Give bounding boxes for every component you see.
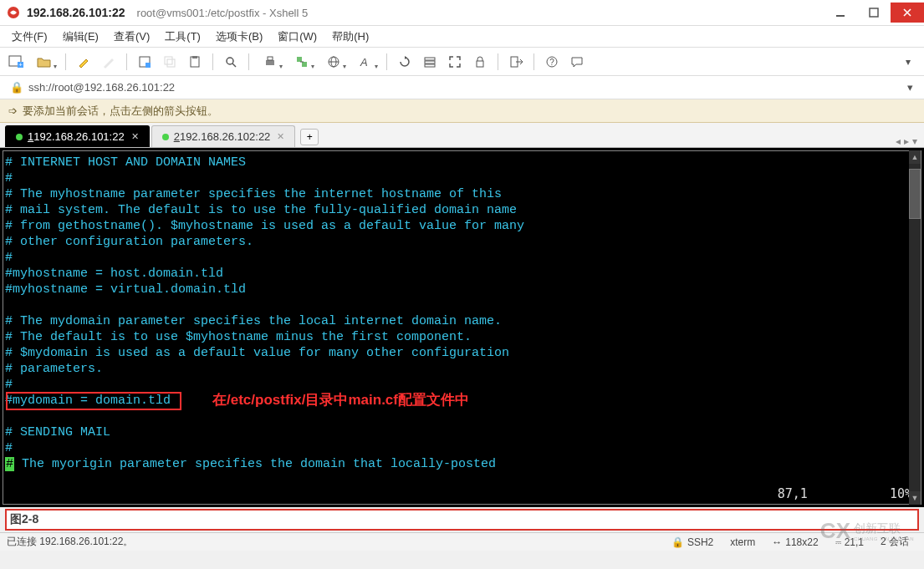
toolbar: + A ? ▾ bbox=[0, 48, 924, 76]
refresh-icon[interactable] bbox=[396, 53, 414, 71]
font-icon[interactable]: A bbox=[353, 53, 378, 71]
svg-text:?: ? bbox=[549, 58, 554, 67]
term-line: # $mydomain is used as a default value f… bbox=[5, 346, 509, 360]
tab2-prefix: 2 bbox=[174, 130, 180, 143]
globe-icon[interactable] bbox=[321, 53, 346, 71]
tab-status-dot bbox=[162, 134, 169, 140]
minimize-button[interactable] bbox=[824, 3, 857, 23]
terminal-status: 87,1 10% bbox=[778, 486, 912, 502]
svg-rect-9 bbox=[167, 59, 175, 67]
status-sessions: 2 会话 bbox=[881, 535, 909, 549]
svg-rect-7 bbox=[145, 63, 151, 68]
term-line: # The myhostname parameter specifies the… bbox=[5, 187, 502, 201]
session-tab-1[interactable]: 1 192.168.26.101:22 ✕ bbox=[5, 125, 150, 147]
address-lock-icon: 🔒 bbox=[10, 81, 23, 94]
menu-help[interactable]: 帮助(H) bbox=[332, 29, 369, 44]
menu-edit[interactable]: 编辑(E) bbox=[63, 29, 99, 44]
svg-rect-25 bbox=[477, 61, 483, 67]
address-dropdown-icon[interactable]: ▾ bbox=[901, 81, 919, 94]
svg-point-12 bbox=[227, 58, 233, 64]
title-bar: 192.168.26.101:22 root@vms001:/etc/postf… bbox=[0, 0, 924, 26]
term-line: # bbox=[5, 441, 13, 455]
svg-rect-22 bbox=[425, 58, 435, 60]
svg-rect-2 bbox=[870, 8, 878, 17]
term-line: # other configuration parameters. bbox=[5, 235, 253, 249]
svg-rect-17 bbox=[302, 62, 307, 67]
paste-icon[interactable] bbox=[186, 53, 204, 71]
terminal[interactable]: # INTERNET HOST AND DOMAIN NAMES # # The… bbox=[0, 148, 924, 507]
scroll-down-icon[interactable]: ▼ bbox=[909, 491, 921, 505]
term-line: # bbox=[5, 378, 13, 392]
term-line: # mail system. The default is to use the… bbox=[5, 203, 517, 217]
tab1-close-icon[interactable]: ✕ bbox=[131, 131, 139, 142]
term-line: # parameters. bbox=[5, 362, 103, 376]
find-icon[interactable] bbox=[222, 53, 240, 71]
tab-nav-right-icon[interactable]: ▸ bbox=[904, 135, 909, 147]
svg-rect-15 bbox=[268, 57, 273, 60]
knife-icon[interactable] bbox=[100, 53, 118, 71]
close-button[interactable] bbox=[891, 3, 924, 23]
terminal-content[interactable]: # INTERNET HOST AND DOMAIN NAMES # # The… bbox=[3, 150, 921, 505]
svg-line-13 bbox=[232, 64, 236, 67]
exit-icon[interactable] bbox=[507, 53, 525, 71]
terminal-scrollbar[interactable]: ▲ ▼ bbox=[909, 150, 921, 505]
tab-nav-left-icon[interactable]: ◂ bbox=[896, 135, 901, 147]
open-session-icon[interactable] bbox=[32, 53, 57, 71]
pos-icon: ⎓ bbox=[835, 536, 841, 548]
term-line: #myhostname = virtual.domain.tld bbox=[5, 282, 246, 297]
new-session-icon[interactable]: + bbox=[7, 53, 25, 71]
maximize-button[interactable] bbox=[857, 3, 891, 23]
address-url[interactable]: ssh://root@192.168.26.101:22 bbox=[28, 81, 901, 94]
svg-text:A: A bbox=[360, 56, 368, 69]
term-line: # bbox=[5, 171, 13, 185]
svg-rect-24 bbox=[425, 64, 435, 67]
menu-file[interactable]: 文件(F) bbox=[12, 29, 48, 44]
status-term: xterm bbox=[730, 536, 755, 548]
title-ip: 192.168.26.101:22 bbox=[27, 6, 125, 19]
term-cursor: # bbox=[5, 457, 14, 471]
term-line: The myorigin parameter specifies the dom… bbox=[14, 457, 496, 471]
scroll-thumb[interactable] bbox=[909, 169, 921, 219]
svg-rect-8 bbox=[165, 57, 172, 64]
copy-icon[interactable] bbox=[161, 53, 179, 71]
svg-text:+: + bbox=[18, 61, 23, 69]
print-icon[interactable] bbox=[258, 53, 283, 71]
svg-rect-11 bbox=[192, 56, 197, 58]
highlight-mydomain bbox=[6, 392, 181, 410]
menu-bar: 文件(F) 编辑(E) 查看(V) 工具(T) 选项卡(B) 窗口(W) 帮助(… bbox=[0, 26, 924, 48]
term-line: # from gethostname(). $myhostname is use… bbox=[5, 219, 524, 233]
command-input-bar[interactable] bbox=[5, 509, 919, 531]
session-props-icon[interactable] bbox=[135, 53, 154, 71]
status-bar: 已连接 192.168.26.101:22。 🔒SSH2 xterm ↔118x… bbox=[0, 532, 924, 551]
menu-tabs[interactable]: 选项卡(B) bbox=[216, 29, 263, 44]
transfer-icon[interactable] bbox=[289, 53, 314, 71]
status-connection: 已连接 192.168.26.101:22。 bbox=[7, 535, 133, 549]
svg-rect-14 bbox=[266, 60, 274, 65]
menu-view[interactable]: 查看(V) bbox=[114, 29, 150, 44]
term-line: #myhostname = host.domain.tld bbox=[5, 267, 223, 281]
address-bar: 🔒 ssh://root@192.168.26.101:22 ▾ bbox=[0, 76, 924, 99]
command-input[interactable] bbox=[10, 513, 914, 526]
tab-status-dot bbox=[16, 134, 23, 140]
menu-window[interactable]: 窗口(W) bbox=[278, 29, 317, 44]
add-tab-button[interactable]: + bbox=[300, 129, 319, 145]
toolbar-overflow-icon[interactable]: ▾ bbox=[899, 53, 917, 71]
svg-rect-16 bbox=[297, 57, 302, 62]
chat-icon[interactable] bbox=[568, 53, 586, 71]
scroll-up-icon[interactable]: ▲ bbox=[909, 150, 921, 164]
tip-arrow-icon[interactable]: ➩ bbox=[8, 104, 18, 117]
session-tab-2[interactable]: 2 192.168.26.102:22 ✕ bbox=[151, 125, 296, 147]
menu-tools[interactable]: 工具(T) bbox=[165, 29, 201, 44]
tab-menu-icon[interactable]: ▾ bbox=[912, 135, 917, 147]
term-line: # SENDING MAIL bbox=[5, 425, 110, 439]
size-icon: ↔ bbox=[772, 536, 782, 548]
highlight-icon[interactable] bbox=[74, 53, 93, 71]
stack-icon[interactable] bbox=[421, 53, 439, 71]
tab2-close-icon[interactable]: ✕ bbox=[277, 131, 284, 142]
help-icon[interactable]: ? bbox=[543, 53, 561, 71]
lock-icon[interactable] bbox=[471, 53, 489, 71]
tab1-label: 192.168.26.101:22 bbox=[33, 130, 124, 143]
cursor-pos: 87,1 bbox=[778, 486, 808, 501]
fullscreen-icon[interactable] bbox=[446, 53, 464, 71]
tab2-label: 192.168.26.102:22 bbox=[180, 130, 270, 143]
